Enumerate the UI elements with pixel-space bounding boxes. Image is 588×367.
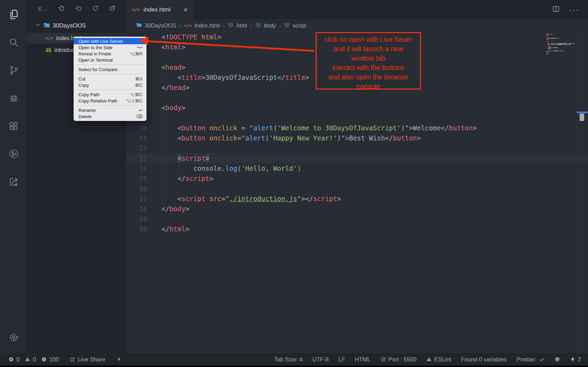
menu-item-open-in-terminal[interactable]: Open in Terminal bbox=[74, 57, 146, 63]
line-content: <script> bbox=[147, 153, 209, 163]
collapse-all-icon[interactable] bbox=[109, 5, 116, 13]
breadcrumb-item-html[interactable]: html bbox=[228, 22, 247, 29]
chevron-down-icon[interactable] bbox=[35, 22, 41, 30]
annotation-line: window tab bbox=[317, 54, 420, 63]
breadcrumb-item-30daysofjs[interactable]: 30DaysOfJS bbox=[136, 22, 176, 29]
breadcrumb-label: script bbox=[293, 23, 306, 29]
status-item-tab-size-4[interactable]: Tab Size: 4 bbox=[274, 356, 303, 363]
more-actions-icon[interactable]: ··· bbox=[569, 6, 580, 14]
breadcrumb-label: index.html bbox=[195, 23, 220, 29]
vscode-window: E... 30DaysOfJS </> index.html JS introd… bbox=[0, 0, 588, 367]
new-file-icon[interactable] bbox=[58, 5, 65, 13]
tab-label: index.html bbox=[143, 6, 170, 13]
menu-item-open-with-live-server[interactable]: Open with Live Server bbox=[74, 38, 146, 44]
status-item-prettier-[interactable]: Prettier: bbox=[517, 356, 545, 363]
line-number: 18 bbox=[126, 204, 147, 214]
line-number: 15 bbox=[126, 174, 147, 184]
new-folder-icon[interactable] bbox=[75, 5, 82, 13]
status-item-2[interactable]: 2 bbox=[570, 356, 581, 363]
annotation-line: and it will launch a new bbox=[317, 44, 420, 54]
editor-tab-bar: </> index.html × ··· bbox=[126, 0, 588, 19]
line-number: 19 bbox=[126, 214, 147, 224]
settings-icon[interactable] bbox=[6, 329, 22, 345]
code-icon: </> bbox=[184, 23, 192, 28]
status-item-eslint[interactable]: ESLint bbox=[426, 356, 451, 363]
menu-item-select-for-compare[interactable]: Select for Compare bbox=[74, 66, 146, 72]
code-line-18: 18</body> bbox=[126, 204, 588, 214]
menu-item-rename[interactable]: Rename↩ bbox=[74, 107, 146, 113]
status-item-utf-8[interactable]: UTF-8 bbox=[312, 356, 329, 363]
refresh-icon[interactable] bbox=[92, 5, 99, 13]
status-item-lf[interactable]: LF bbox=[338, 356, 345, 363]
info-icon bbox=[41, 357, 47, 362]
split-editor-icon[interactable] bbox=[552, 5, 560, 14]
html-file-icon: </> bbox=[132, 7, 140, 12]
status-item-html[interactable]: HTML bbox=[355, 356, 371, 363]
menu-item-copy[interactable]: Copy⌘C bbox=[74, 82, 146, 88]
live-share-icon[interactable] bbox=[6, 174, 22, 190]
menu-item-cut[interactable]: Cut⌘X bbox=[74, 76, 146, 82]
menu-item-label: Copy bbox=[78, 83, 129, 88]
minimap[interactable] bbox=[546, 34, 576, 55]
status-item-live-share[interactable]: Live Share bbox=[70, 356, 105, 363]
js-file-icon: JS bbox=[45, 47, 51, 53]
slash-circle-icon bbox=[380, 357, 386, 362]
breadcrumb-item-script[interactable]: script bbox=[284, 22, 306, 29]
status-item-found-0-variables[interactable]: Found 0 variables bbox=[461, 356, 507, 363]
menu-item-reveal-in-finder[interactable]: Reveal in Finder⌥⌘R bbox=[74, 51, 146, 57]
code-line-7: 7 bbox=[126, 93, 588, 103]
menu-item-open-to-the-side[interactable]: Open to the Side^↩ bbox=[74, 44, 146, 51]
scrollbar-thumb[interactable] bbox=[580, 114, 584, 121]
menu-item-label: Select for Compare bbox=[78, 67, 143, 72]
menu-item-label: Rename bbox=[78, 108, 133, 113]
status-bar-left: 00100Live Share bbox=[8, 356, 122, 363]
run-debug-icon[interactable] bbox=[6, 90, 22, 106]
breadcrumb-separator: › bbox=[176, 23, 184, 29]
menu-item-copy-path[interactable]: Copy Path⌥⌘C bbox=[74, 91, 146, 98]
bolt-icon bbox=[116, 357, 122, 362]
status-bar-right: Tab Size: 4UTF-8LFHTMLPort : 5500ESLintF… bbox=[274, 356, 581, 363]
check-icon bbox=[539, 357, 545, 362]
tree-folder-30DaysOfJS[interactable]: 30DaysOfJS bbox=[27, 20, 126, 31]
breadcrumb-item-index-html[interactable]: </>index.html bbox=[184, 23, 220, 29]
error-icon bbox=[8, 357, 14, 362]
explorer-title: E... bbox=[38, 6, 46, 12]
status-item-0[interactable]: 0 bbox=[25, 356, 36, 363]
window-bottom-edge bbox=[0, 366, 588, 367]
status-item-0[interactable]: 0 bbox=[8, 356, 20, 363]
status-item-label: Tab Size: 4 bbox=[274, 356, 303, 363]
menu-item-shortcut: ⌫ bbox=[136, 114, 143, 119]
menu-item-delete[interactable]: Delete⌫ bbox=[74, 113, 146, 120]
status-item-smiley[interactable] bbox=[555, 357, 560, 362]
code-line-20: 20</html> bbox=[126, 224, 588, 234]
html-file-icon: </> bbox=[45, 36, 53, 41]
code-line-9: 9 bbox=[126, 113, 588, 123]
annotation-line: interact with the buttons bbox=[317, 63, 420, 72]
menu-separator bbox=[77, 105, 143, 106]
status-item-label: 0 bbox=[16, 356, 20, 363]
source-control-icon[interactable] bbox=[6, 62, 22, 78]
git-graph-icon[interactable] bbox=[6, 146, 22, 162]
line-content: <title>30DaysOfJavaScript</title> bbox=[147, 72, 309, 83]
code-line-16: 16 bbox=[126, 184, 588, 194]
menu-item-label: Open with Live Server bbox=[78, 39, 143, 44]
status-item-label: ESLint bbox=[434, 356, 451, 363]
breadcrumb-label: html bbox=[236, 23, 247, 29]
tab-index-html[interactable]: </> index.html × bbox=[126, 0, 193, 19]
menu-item-label: Copy Relative Path bbox=[78, 98, 120, 104]
code-line-8: 8<body> bbox=[126, 103, 588, 113]
menu-item-copy-relative-path[interactable]: Copy Relative Path⌥⇧⌘C bbox=[74, 98, 146, 104]
status-item-100[interactable]: 100 bbox=[41, 356, 59, 363]
search-icon[interactable] bbox=[6, 34, 22, 50]
explorer-icon[interactable] bbox=[6, 6, 22, 22]
breadcrumb-item-body[interactable]: body bbox=[255, 22, 276, 29]
tab-close-icon[interactable]: × bbox=[183, 6, 188, 13]
line-number: 12 bbox=[126, 143, 147, 153]
extensions-icon[interactable] bbox=[6, 118, 22, 134]
code-line-12: 12 bbox=[126, 143, 588, 153]
scrollbar-track bbox=[577, 32, 577, 353]
line-content: </head> bbox=[147, 83, 189, 93]
status-item-port-5500[interactable]: Port : 5500 bbox=[380, 356, 417, 363]
status-item-bolt[interactable] bbox=[116, 357, 122, 362]
menu-item-label: Copy Path bbox=[78, 92, 124, 97]
